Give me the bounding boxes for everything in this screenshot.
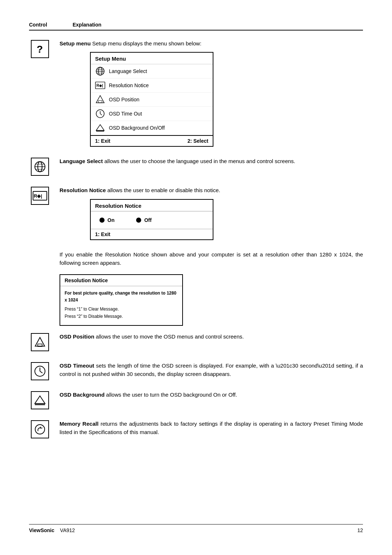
setup-menu-footer: 1: Exit 2: Select bbox=[91, 135, 213, 146]
svg-rect-9 bbox=[98, 101, 102, 103]
language-icon-cell bbox=[29, 157, 51, 176]
control-header: Control bbox=[29, 22, 73, 28]
resolution-msg-body: For best picture quality, change the res… bbox=[60, 286, 182, 325]
setup-section: ? Setup menu Setup menu displays the men… bbox=[29, 39, 363, 147]
resolution-icon-box: R◈| bbox=[31, 187, 49, 205]
svg-marker-13 bbox=[96, 125, 104, 130]
resolution-paragraph-wrapper: If you enable the Resolution Notice show… bbox=[60, 250, 363, 326]
osd-bg-icon-box bbox=[31, 391, 49, 409]
osd-bg-icon-svg bbox=[95, 123, 105, 133]
menu-label-language: Language Select bbox=[109, 68, 147, 74]
svg-text:R◈|: R◈| bbox=[34, 193, 42, 199]
off-dot bbox=[136, 218, 141, 223]
question-mark-icon: ? bbox=[35, 43, 45, 55]
footer-exit: 1: Exit bbox=[95, 138, 110, 144]
language-icon-svg bbox=[95, 66, 105, 76]
language-section: Language Select allows the user to choos… bbox=[29, 157, 363, 176]
svg-line-26 bbox=[40, 371, 42, 373]
on-label: On bbox=[107, 217, 114, 223]
resolution-msg-title: Resolution Notice bbox=[60, 275, 182, 286]
resolution-option-on: On bbox=[99, 217, 114, 223]
menu-item-language: Language Select bbox=[91, 64, 213, 78]
off-label: Off bbox=[144, 217, 151, 223]
language-desc-text: allows the user to choose the language u… bbox=[104, 158, 295, 164]
memory-recall-icon bbox=[34, 423, 46, 436]
resolution-desc-text: allows the user to enable or disable thi… bbox=[107, 187, 220, 193]
osd-bg-desc-text: allows the user to turn the OSD backgrou… bbox=[106, 392, 237, 398]
footer-model: VA912 bbox=[60, 527, 75, 533]
osd-timeout-term: OSD Timeout bbox=[60, 362, 94, 369]
osd-position-icon-svg bbox=[95, 95, 105, 104]
osd-timeout-icon-box bbox=[31, 362, 49, 380]
footer-page-number: 12 bbox=[357, 527, 363, 533]
osd-position-desc-text: allows the user to move the OSD menus an… bbox=[96, 333, 244, 340]
osd-bg-section: OSD Background allows the user to turn t… bbox=[29, 390, 363, 409]
page: Control Explanation ? Setup menu Setup m… bbox=[0, 0, 392, 555]
explanation-header: Explanation bbox=[73, 22, 101, 28]
language-term: Language Select bbox=[60, 158, 103, 164]
osd-position-term: OSD Position bbox=[60, 333, 94, 340]
osd-timeout-description: OSD Timeout sets the length of time the … bbox=[60, 361, 363, 378]
menu-item-osd-bg: OSD Background On/Off bbox=[91, 121, 213, 135]
language-icon-box bbox=[31, 158, 49, 176]
resolution-onoff-box: Resolution Notice On Off 1: Exit bbox=[90, 199, 213, 240]
resolution-description: Resolution Notice allows the user to ena… bbox=[60, 186, 363, 194]
osd-position-text-cell: OSD Position allows the user to move the… bbox=[60, 332, 363, 341]
svg-text:R◈|: R◈| bbox=[97, 84, 103, 88]
setup-menu-title: Setup Menu bbox=[91, 53, 213, 64]
svg-text:?: ? bbox=[37, 44, 43, 55]
osd-timeout-section: OSD Timeout sets the length of time the … bbox=[29, 361, 363, 380]
resolution-box-title: Resolution Notice bbox=[91, 200, 213, 211]
language-menu-icon bbox=[95, 66, 105, 76]
osd-position-description: OSD Position allows the user to move the… bbox=[60, 332, 363, 341]
menu-label-osd-bg: OSD Background On/Off bbox=[109, 125, 165, 131]
on-dot bbox=[99, 218, 105, 223]
question-icon-box: ? bbox=[31, 40, 49, 58]
footer-select: 2: Select bbox=[187, 138, 208, 144]
resolution-section: R◈| Resolution Notice allows the user to… bbox=[29, 186, 363, 240]
osd-bg-text-cell: OSD Background allows the user to turn t… bbox=[60, 390, 363, 399]
osd-timeout-icon-cell bbox=[29, 361, 51, 380]
osd-timeout-icon-svg bbox=[95, 109, 105, 118]
osd-position-menu-icon bbox=[95, 94, 105, 105]
osd-timeout-clock-icon bbox=[34, 365, 46, 377]
osd-position-triangle-icon bbox=[34, 336, 46, 348]
svg-marker-27 bbox=[35, 396, 45, 404]
resolution-icon: R◈| bbox=[33, 191, 47, 200]
setup-term: Setup menu bbox=[60, 40, 91, 46]
resolution-option-off: Off bbox=[136, 217, 151, 223]
menu-label-osd-timeout: OSD Time Out bbox=[109, 111, 142, 117]
menu-label-resolution: Resolution Notice bbox=[109, 82, 149, 88]
resolution-exit-label: 1: Exit bbox=[95, 231, 110, 237]
osd-timeout-text-cell: OSD Timeout sets the length of time the … bbox=[60, 361, 363, 378]
menu-item-resolution: R◈| Resolution Notice bbox=[91, 78, 213, 93]
osd-timeout-menu-icon bbox=[95, 109, 105, 119]
setup-icon-cell: ? bbox=[29, 39, 51, 58]
svg-line-12 bbox=[100, 114, 102, 115]
table-header: Control Explanation bbox=[29, 22, 363, 31]
resolution-paragraph: If you enable the Resolution Notice show… bbox=[60, 250, 363, 267]
menu-item-osd-position: OSD Position bbox=[91, 93, 213, 107]
language-globe-icon bbox=[34, 161, 46, 173]
memory-recall-icon-cell bbox=[29, 420, 51, 438]
svg-point-29 bbox=[35, 425, 45, 434]
setup-text-cell: Setup menu Setup menu displays the menu … bbox=[60, 39, 363, 147]
memory-recall-icon-box bbox=[31, 420, 49, 438]
resolution-msg-box: Resolution Notice For best picture quali… bbox=[60, 274, 183, 326]
memory-recall-term: Memory Recall bbox=[60, 421, 98, 427]
osd-bg-term: OSD Background bbox=[60, 392, 105, 398]
memory-recall-text-cell: Memory Recall returns the adjustments ba… bbox=[60, 420, 363, 437]
resolution-icon-svg: R◈| bbox=[95, 81, 105, 89]
memory-recall-description: Memory Recall returns the adjustments ba… bbox=[60, 420, 363, 437]
page-footer: ViewSonic VA912 12 bbox=[29, 524, 363, 533]
osd-timeout-desc-text: sets the length of time the OSD screen i… bbox=[60, 362, 363, 377]
osd-bg-mountain-icon bbox=[34, 394, 46, 406]
svg-marker-8 bbox=[96, 96, 104, 103]
osd-bg-icon-cell bbox=[29, 390, 51, 409]
setup-menu-box: Setup Menu Language Select bbox=[90, 52, 213, 147]
resolution-icon-cell: R◈| bbox=[29, 186, 51, 205]
osd-bg-description: OSD Background allows the user to turn t… bbox=[60, 390, 363, 399]
menu-label-osd-position: OSD Position bbox=[109, 97, 139, 102]
resolution-term: Resolution Notice bbox=[60, 187, 106, 193]
svg-marker-22 bbox=[35, 337, 45, 346]
